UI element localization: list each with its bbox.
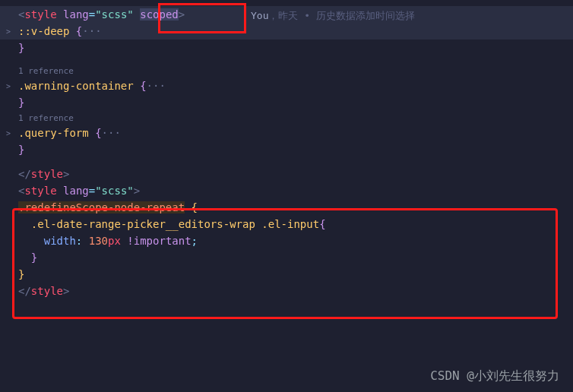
code-line[interactable]: .redefineScope-node-repeat { xyxy=(0,199,573,216)
code-line[interactable]: } xyxy=(0,141,573,158)
code-line[interactable]: } xyxy=(0,249,573,266)
code-content: } xyxy=(14,268,24,280)
code-line[interactable]: .el-date-range-picker__editors-wrap .el-… xyxy=(0,216,573,232)
code-line[interactable]: </style> xyxy=(0,283,573,299)
fold-chevron-icon[interactable]: > xyxy=(3,82,14,90)
fold-chevron-icon[interactable]: > xyxy=(3,129,14,138)
code-line[interactable]: } xyxy=(0,40,573,56)
code-line[interactable]: } xyxy=(0,94,573,111)
code-content: .el-date-range-picker__editors-wrap .el-… xyxy=(14,218,326,230)
blank-line xyxy=(0,158,573,166)
code-content: } xyxy=(14,42,24,54)
code-content: <style lang="scss" scoped> xyxy=(14,8,185,21)
code-line[interactable]: > .warning-container {··· xyxy=(0,77,573,94)
code-content: <style lang="scss"> xyxy=(14,185,140,197)
fold-chevron-icon[interactable]: > xyxy=(3,27,14,36)
code-content: </style> xyxy=(14,168,69,180)
code-content: } xyxy=(14,144,24,156)
code-content: ::v-deep {··· xyxy=(14,25,102,37)
code-content: } xyxy=(14,251,37,264)
code-content: } xyxy=(14,96,24,109)
code-line[interactable]: </style> xyxy=(0,166,573,182)
watermark-text: CSDN @小刘先生很努力 xyxy=(430,368,559,384)
code-content: width: 130px !important; xyxy=(14,235,198,247)
code-editor[interactable]: <style lang="scss" scoped> > ::v-deep {·… xyxy=(0,0,573,305)
code-line[interactable]: > ::v-deep {··· xyxy=(0,23,573,40)
code-line[interactable]: <style lang="scss"> xyxy=(0,182,573,199)
code-line[interactable]: > .query-form {··· xyxy=(0,125,573,141)
code-content: .query-form {··· xyxy=(14,127,121,139)
code-content: .warning-container {··· xyxy=(14,80,166,92)
code-line[interactable]: width: 130px !important; xyxy=(0,232,573,249)
code-line[interactable]: } xyxy=(0,266,573,283)
codelens-refs[interactable]: 1 reference xyxy=(0,111,573,125)
blank-line xyxy=(0,56,573,64)
code-content: </style> xyxy=(14,285,69,297)
git-blame-annotation: You，昨天 • 历史数据添加时间选择 xyxy=(251,9,415,23)
codelens-refs[interactable]: 1 reference xyxy=(0,64,573,77)
code-content: .redefineScope-node-repeat { xyxy=(14,201,198,213)
